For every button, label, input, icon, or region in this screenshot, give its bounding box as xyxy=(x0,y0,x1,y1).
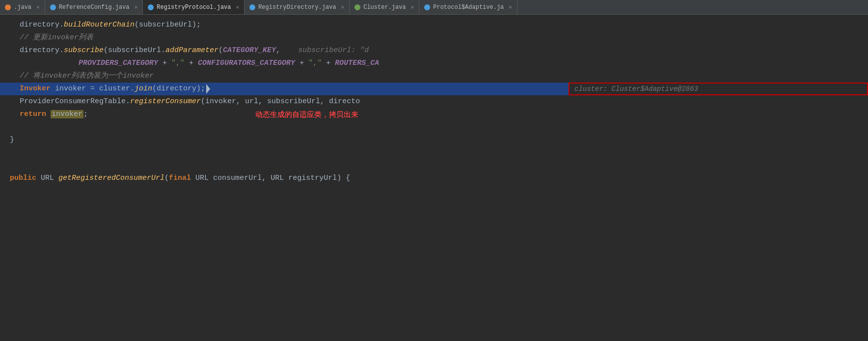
code-text-8: return invoker; xyxy=(0,108,88,121)
code-text-5: // 将invoker列表伪装为一个invoker xyxy=(0,70,154,83)
code-line-6: Invoker invoker = cluster.join(directory… xyxy=(0,83,868,95)
tooltip-value: cluster: Cluster$Adaptive@2863 xyxy=(574,83,698,95)
code-line-blank1 xyxy=(0,146,868,159)
tab-label-1: .java xyxy=(14,4,31,11)
code-line-2: // 更新invoker列表 xyxy=(0,31,868,44)
tab-icon-1 xyxy=(5,4,11,10)
tab-icon-2 xyxy=(50,4,56,10)
code-text-2: // 更新invoker列表 xyxy=(0,31,93,44)
code-text-1: directory.buildRouterChain(subscribeUrl)… xyxy=(0,19,201,31)
code-line-5: // 将invoker列表伪装为一个invoker xyxy=(0,70,868,83)
tab-close-2[interactable]: ✕ xyxy=(135,4,138,10)
tab-label-6: Protocol$Adaptive.ja xyxy=(433,4,504,11)
code-line-8: return invoker; 动态生成的自适应类，拷贝出来 xyxy=(0,108,868,121)
tab-close-4[interactable]: ✕ xyxy=(341,4,345,10)
tab-label-4: RegistryDirectory.java xyxy=(258,4,336,11)
tab-cluster[interactable]: Cluster.java ✕ xyxy=(350,0,419,14)
tooltip-box: cluster: Cluster$Adaptive@2863 xyxy=(569,83,868,95)
code-line-4: PROVIDERS_CATEGORY + "," + CONFIGURATORS… xyxy=(0,57,868,70)
tab-icon-6 xyxy=(424,4,430,10)
annotation-label: 动态生成的自适应类，拷贝出来 xyxy=(255,108,358,121)
tab-close-6[interactable]: ✕ xyxy=(509,4,512,10)
tab-java[interactable]: .java ✕ xyxy=(0,0,45,14)
tab-icon-5 xyxy=(354,4,360,10)
code-line-annotation: 动态生成的自适应类，拷贝出来 xyxy=(0,121,868,134)
tab-registry-directory[interactable]: RegistryDirectory.java ✕ xyxy=(244,0,350,14)
code-editor: directory.buildRouterChain(subscribeUrl)… xyxy=(0,15,868,341)
code-text-6: Invoker invoker = cluster.join(directory… xyxy=(0,83,205,95)
code-text-3: directory.subscribe(subscribeUrl.addPara… xyxy=(0,44,369,57)
tab-reference-config[interactable]: ReferenceConfig.java ✕ xyxy=(45,0,143,14)
tab-label-5: Cluster.java xyxy=(363,4,406,11)
tab-icon-4 xyxy=(249,4,255,10)
code-text-7: ProviderConsumerRegTable.registerConsume… xyxy=(0,95,360,108)
tab-close-3[interactable]: ✕ xyxy=(236,4,240,10)
code-text-9: } xyxy=(0,134,14,146)
tab-icon-3 xyxy=(148,4,154,10)
tab-close-1[interactable]: ✕ xyxy=(36,4,40,10)
code-line-last: public URL getRegisteredConsumerUrl(fina… xyxy=(0,172,868,185)
tab-registry-protocol[interactable]: RegistryProtocol.java ✕ xyxy=(143,0,244,14)
code-text-last: public URL getRegisteredConsumerUrl(fina… xyxy=(0,172,350,185)
tab-protocol-adaptive[interactable]: Protocol$Adaptive.ja ✕ xyxy=(419,0,517,14)
text-cursor xyxy=(206,84,210,94)
code-line-1: directory.buildRouterChain(subscribeUrl)… xyxy=(0,19,868,31)
tab-label-2: ReferenceConfig.java xyxy=(59,4,130,11)
tab-close-5[interactable]: ✕ xyxy=(411,4,414,10)
code-text-4: PROVIDERS_CATEGORY + "," + CONFIGURATORS… xyxy=(0,57,379,70)
code-line-3: directory.subscribe(subscribeUrl.addPara… xyxy=(0,44,868,57)
code-line-blank2 xyxy=(0,159,868,172)
tab-bar: .java ✕ ReferenceConfig.java ✕ RegistryP… xyxy=(0,0,868,15)
code-line-9: } xyxy=(0,134,868,146)
tab-label-3: RegistryProtocol.java xyxy=(157,4,231,11)
code-line-7: ProviderConsumerRegTable.registerConsume… xyxy=(0,95,868,108)
